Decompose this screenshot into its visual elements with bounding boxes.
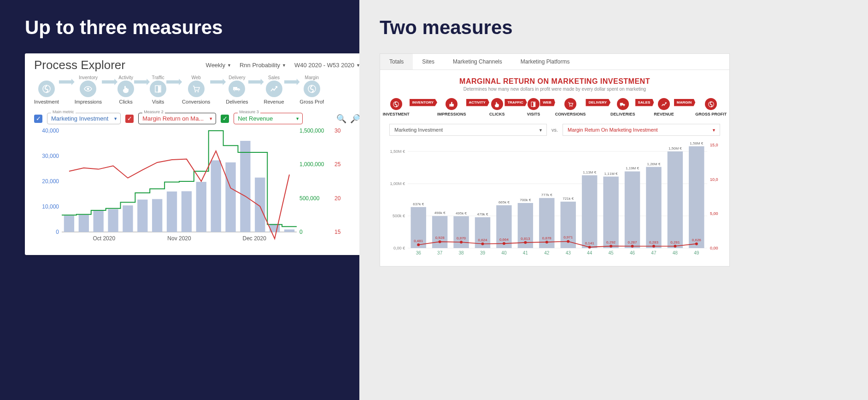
flow2-node-conversions[interactable]: CONVERSIONS: [555, 98, 586, 116]
tab-marketing-channels[interactable]: Marketing Channels: [444, 54, 511, 70]
svg-rect-30: [182, 191, 192, 232]
svg-text:0: 0: [56, 229, 59, 235]
measure-2-select[interactable]: Measure 2 Margin Return on Ma...▼: [138, 113, 216, 124]
flow-segment-label: WEB: [540, 99, 555, 106]
flow-node-impressions[interactable]: InventoryImpressions: [75, 75, 102, 104]
svg-text:0,481: 0,481: [414, 239, 423, 243]
svg-text:5,00: 5,00: [710, 211, 718, 216]
svg-rect-81: [625, 171, 640, 248]
checkbox-main-metric[interactable]: ✓: [34, 115, 42, 123]
svg-text:665k €: 665k €: [499, 200, 510, 204]
svg-point-113: [674, 245, 676, 248]
svg-text:721k €: 721k €: [563, 197, 574, 201]
svg-text:495k €: 495k €: [456, 211, 467, 215]
door-icon: [150, 81, 166, 97]
svg-text:10,000: 10,000: [42, 203, 59, 210]
svg-text:15,0: 15,0: [710, 143, 718, 147]
svg-rect-77: [582, 175, 597, 248]
svg-rect-42: [449, 104, 450, 106]
flow-node-clicks[interactable]: ActivityClicks: [117, 75, 134, 104]
checkbox-measure-2[interactable]: ✓: [125, 115, 134, 123]
tab-marketing-platforms[interactable]: Marketing Platforms: [511, 54, 579, 70]
flow2-node-impressions[interactable]: IMPRESSIONS: [437, 98, 466, 116]
period-dropdown[interactable]: W40 2020 - W53 2020▼: [294, 62, 360, 69]
svg-text:479k €: 479k €: [477, 212, 488, 216]
flow-node-visits[interactable]: TrafficVisits: [150, 75, 166, 104]
flow-arrow-icon: [59, 79, 75, 85]
svg-text:700k €: 700k €: [520, 198, 531, 202]
model-dropdown[interactable]: Rnn Probability▼: [240, 62, 286, 69]
trend-icon: [658, 98, 670, 110]
flow2-node-clicks[interactable]: CLICKS: [489, 98, 505, 116]
interval-dropdown[interactable]: Weekly▼: [206, 62, 231, 69]
flow2-node-gross-profit[interactable]: GROSS PROFIT: [695, 98, 727, 116]
left-title: Up to three measures: [25, 17, 359, 39]
svg-text:49: 49: [694, 250, 699, 255]
flow-arrow-icon: [248, 79, 264, 85]
svg-text:1,13M €: 1,13M €: [583, 170, 596, 174]
svg-text:0,878: 0,878: [542, 236, 552, 240]
svg-rect-73: [539, 198, 554, 248]
svg-text:1,00M €: 1,00M €: [390, 181, 405, 186]
flow2-node-visits[interactable]: VISITS: [527, 98, 540, 116]
zoom-out-icon[interactable]: 🔎: [350, 114, 360, 124]
svg-point-47: [624, 105, 625, 106]
svg-point-109: [631, 245, 634, 248]
hand-icon: [117, 81, 134, 97]
measure-3-select[interactable]: Measure 3 Net Revenue▼: [234, 113, 303, 124]
svg-rect-34: [240, 141, 250, 232]
flow2-node-deliveries[interactable]: DELIVERIES: [610, 98, 635, 116]
tab-totals[interactable]: Totals: [380, 54, 413, 70]
svg-point-3: [194, 91, 196, 93]
svg-text:45: 45: [609, 250, 614, 255]
svg-text:0,928: 0,928: [435, 236, 445, 240]
flow-node-deliveries[interactable]: DeliveryDeliveries: [226, 75, 248, 104]
svg-text:43: 43: [566, 250, 571, 255]
cart-icon: [188, 81, 205, 97]
process-flow: InvestmentInventoryImpressionsActivityCl…: [34, 75, 360, 104]
svg-text:46: 46: [630, 250, 635, 255]
svg-rect-25: [108, 209, 118, 232]
flow-node-investment[interactable]: Investment: [34, 75, 59, 104]
thumb-icon: [446, 98, 457, 110]
flow-arrow-icon: [102, 79, 117, 85]
flow2-node-revenue[interactable]: REVENUE: [654, 98, 674, 116]
flow-arrow-icon: [134, 79, 150, 85]
zoom-in-icon[interactable]: 🔍: [336, 114, 346, 124]
chevron-down-icon: ▼: [282, 63, 286, 68]
tab-sites[interactable]: Sites: [413, 54, 444, 70]
svg-point-89: [417, 243, 420, 246]
flow-node-gross prof[interactable]: MarginGross Prof: [300, 75, 324, 104]
svg-point-103: [567, 240, 569, 243]
svg-rect-85: [668, 151, 683, 248]
truck-icon: [617, 98, 629, 110]
left-measure-select[interactable]: Marketing Investment▼: [389, 124, 547, 136]
left-panel: Up to three measures Process Explorer We…: [0, 0, 359, 400]
flow-node-revenue[interactable]: SalesRevenue: [264, 75, 284, 104]
dollar-icon: [705, 98, 717, 110]
vs-label: vs.: [551, 127, 558, 133]
svg-text:1,50M €: 1,50M €: [669, 146, 682, 151]
right-measure-select[interactable]: Margin Return On Marketing Investment▼: [563, 124, 720, 136]
svg-text:500,000: 500,000: [299, 195, 320, 202]
svg-point-45: [571, 105, 572, 106]
checkbox-measure-3[interactable]: ✓: [221, 115, 229, 123]
svg-rect-63: [432, 216, 447, 248]
svg-point-4: [197, 91, 199, 93]
mromi-card: TotalsSitesMarketing ChannelsMarketing P…: [380, 53, 730, 267]
chevron-down-icon: ▼: [209, 116, 213, 121]
cart-icon: [564, 98, 576, 110]
dollar-icon: [38, 81, 55, 97]
main-metric-select[interactable]: Main metric Marketing Investment▼: [47, 113, 121, 124]
svg-point-6: [238, 90, 240, 92]
svg-text:Oct 2020: Oct 2020: [93, 235, 115, 242]
chevron-down-icon: ▼: [712, 128, 716, 133]
svg-text:0,283: 0,283: [649, 240, 659, 244]
card-title: Process Explorer: [34, 58, 125, 72]
flow-node-conversions[interactable]: WebConversions: [182, 75, 210, 104]
flow-arrow-icon: [284, 79, 300, 85]
flow2-node-investment[interactable]: INVESTMENT: [383, 98, 410, 116]
trend-icon: [266, 81, 282, 97]
flow-segment-label: DELIVERY: [586, 99, 610, 106]
svg-rect-27: [137, 200, 147, 232]
